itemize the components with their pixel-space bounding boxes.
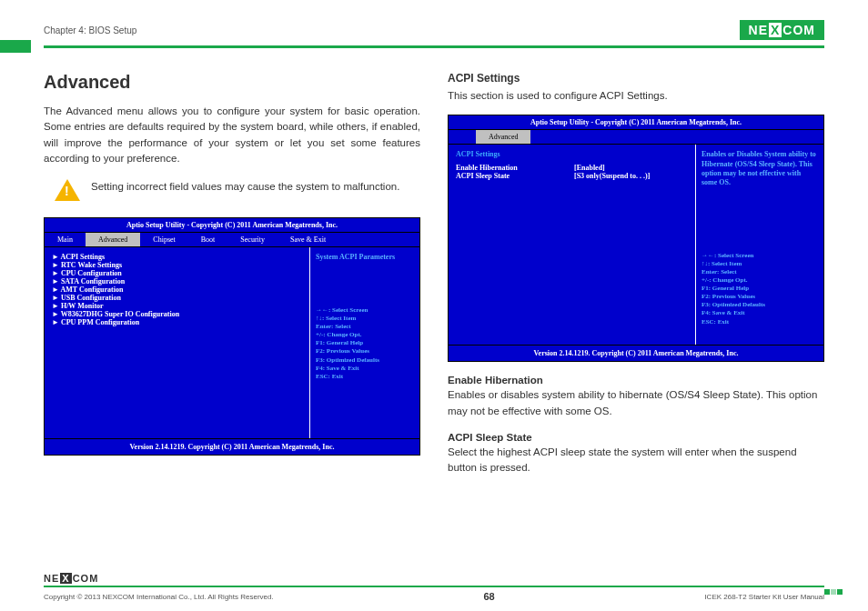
bios-screenshot-acpi-settings: Aptio Setup Utility - Copyright (C) 2011… (448, 115, 824, 362)
bios-version: Version 2.14.1219. Copyright (C) 2011 Am… (45, 438, 419, 455)
bios-help-pane: System ACPI Parameters →←: Select Screen… (310, 247, 419, 438)
bios2-title: Aptio Setup Utility - Copyright (C) 2011… (449, 115, 823, 130)
brand-logo: NEXCOM (740, 20, 824, 40)
bios-title: Aptio Setup Utility - Copyright (C) 2011… (45, 218, 419, 233)
enable-hibernation-heading: Enable Hibernation (448, 375, 824, 386)
bios-tabs: Main Advanced Chipset Boot Security Save… (45, 233, 419, 247)
acpi-sleep-state-heading: ACPI Sleep State (448, 432, 824, 443)
bios-screenshot-advanced-menu: Aptio Setup Utility - Copyright (C) 2011… (44, 217, 420, 456)
footer-decoration (824, 589, 843, 595)
enable-hibernation-text: Enables or disables system ability to hi… (448, 387, 824, 419)
intro-text: The Advanced menu allows you to configur… (44, 104, 420, 166)
acpi-sleep-state-text: Select the highest ACPI sleep state the … (448, 445, 824, 476)
chapter-label: Chapter 4: BIOS Setup (44, 25, 136, 35)
footer-copyright: Copyright © 2013 NEXCOM International Co… (44, 593, 274, 601)
bios2-help-pane: Enables or Disables System ability to Hi… (696, 145, 823, 345)
page-heading: Advanced (44, 72, 420, 93)
bios2-settings-pane: ACPI Settings Enable Hibernation[Enabled… (449, 145, 696, 345)
bios-tab-save-exit: Save & Exit (278, 233, 338, 246)
page-number: 68 (483, 591, 494, 602)
bios-tab-security: Security (227, 233, 278, 246)
bios-tab-main: Main (45, 233, 86, 246)
acpi-intro: This section is used to configure ACPI S… (448, 88, 824, 104)
warning-text: Setting incorrect field values may cause… (91, 179, 399, 195)
footer-rule (44, 586, 824, 587)
bios-tab-boot: Boot (188, 233, 228, 246)
bios-menu-list: ► ACPI Settings ► RTC Wake Settings ► CP… (45, 247, 310, 438)
bios-tab-advanced: Advanced (86, 233, 140, 246)
bios2-tab-advanced: Advanced (476, 130, 530, 144)
acpi-heading: ACPI Settings (448, 72, 824, 85)
footer-doc-title: ICEK 268-T2 Starter Kit User Manual (704, 593, 824, 601)
bios-tab-chipset: Chipset (140, 233, 187, 246)
bios2-version: Version 2.14.1219. Copyright (C) 2011 Am… (449, 345, 823, 361)
warning-icon (55, 179, 80, 201)
footer-logo: NEXCOM (44, 573, 824, 584)
header-rule (44, 45, 824, 48)
